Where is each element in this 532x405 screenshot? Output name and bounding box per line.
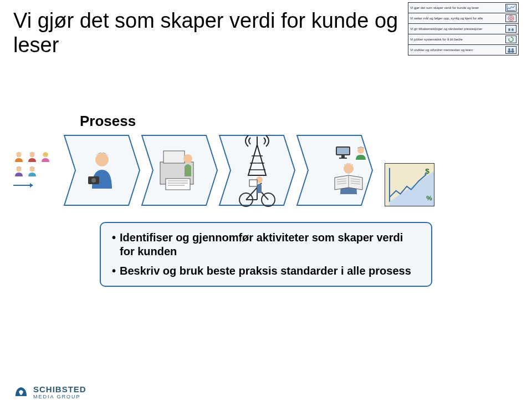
sidebar-item: Vi jobber systematisk for å bli bedre	[408, 34, 518, 45]
svg-rect-24	[249, 180, 257, 186]
svg-text:$: $	[425, 167, 429, 175]
svg-point-9	[17, 153, 22, 158]
printer-icon	[155, 145, 204, 195]
page-title: Vi gjør det som skaper verdi for kunde o…	[13, 9, 412, 57]
svg-point-29	[357, 148, 364, 154]
svg-point-16	[91, 178, 96, 183]
photographer-icon	[85, 151, 119, 190]
svg-point-14	[95, 153, 109, 166]
avatar-red-icon	[27, 151, 38, 162]
svg-point-2	[510, 18, 511, 19]
process-step-2	[141, 134, 218, 206]
svg-point-5	[508, 48, 510, 50]
svg-point-10	[30, 153, 35, 158]
value-chart: $ %	[385, 163, 434, 206]
svg-point-12	[17, 167, 22, 172]
principles-sidebar: Vi gjør det som skaper verdi for kunde o…	[408, 2, 519, 55]
sidebar-item-label: Vi setter mål og følger opp, synlig og k…	[410, 17, 503, 21]
brand-sub: MEDIA GROUP	[33, 394, 86, 399]
svg-point-6	[511, 48, 514, 50]
bicycle-delivery-icon	[235, 171, 279, 210]
cycle-icon	[505, 36, 516, 43]
svg-point-30	[344, 164, 354, 174]
sidebar-item: Vi setter mål og følger opp, synlig og k…	[408, 13, 518, 24]
svg-rect-28	[339, 158, 347, 159]
svg-rect-19	[166, 179, 190, 190]
svg-rect-18	[163, 151, 185, 163]
avatar-purple-icon	[13, 165, 24, 176]
sidebar-item-label: Vi jobber systematisk for å bli bedre	[410, 38, 503, 42]
svg-point-3	[508, 28, 510, 31]
arrow-right-icon	[13, 180, 58, 190]
process-title: Prosess	[80, 113, 519, 130]
process-section: Prosess	[13, 113, 519, 206]
chart-icon	[505, 4, 516, 12]
target-icon	[505, 14, 516, 22]
svg-point-20	[183, 154, 192, 163]
feedback-icon	[505, 25, 516, 33]
sidebar-item-label: Vi gir tilbakemeldinger og verdsetter pr…	[410, 27, 503, 31]
avatar-green-icon	[354, 145, 368, 160]
svg-text:%: %	[426, 195, 432, 202]
svg-rect-27	[341, 155, 345, 158]
svg-rect-26	[337, 148, 349, 154]
team-icon	[505, 46, 516, 54]
avatar-orange-icon	[13, 151, 24, 162]
svg-rect-8	[511, 50, 514, 53]
avatar-pink-icon	[40, 151, 51, 162]
svg-point-4	[511, 28, 514, 31]
key-points-box: Identifiser og gjennomfør aktiviteter so…	[100, 222, 432, 287]
sidebar-item: Vi gjør det som skaper verdi for kunde o…	[408, 3, 518, 13]
footer-logo: SCHIBSTED MEDIA GROUP	[13, 384, 86, 399]
monitor-icon	[335, 145, 351, 160]
sidebar-item: Vi utvikler og utfordrer mennesker og te…	[408, 45, 518, 55]
bullet-item: Beskriv og bruk beste praksis standarder…	[112, 264, 420, 278]
input-people-group	[13, 151, 58, 190]
process-chevrons	[63, 134, 374, 206]
avatar-cyan-icon	[27, 165, 38, 176]
process-step-4	[296, 134, 374, 206]
sidebar-item-label: Vi gjør det som skaper verdi for kunde o…	[410, 6, 503, 10]
svg-rect-7	[508, 50, 511, 53]
process-step-3	[218, 134, 296, 206]
brand-name: SCHIBSTED	[33, 384, 86, 394]
newspaper-reader-icon	[329, 162, 368, 195]
process-step-1	[63, 134, 141, 206]
sidebar-item: Vi gir tilbakemeldinger og verdsetter pr…	[408, 24, 518, 34]
svg-point-13	[30, 167, 35, 172]
bullet-item: Identifiser og gjennomfør aktiviteter so…	[112, 231, 420, 259]
schibsted-mark-icon	[13, 384, 29, 399]
sidebar-item-label: Vi utvikler og utfordrer mennesker og te…	[410, 48, 503, 52]
